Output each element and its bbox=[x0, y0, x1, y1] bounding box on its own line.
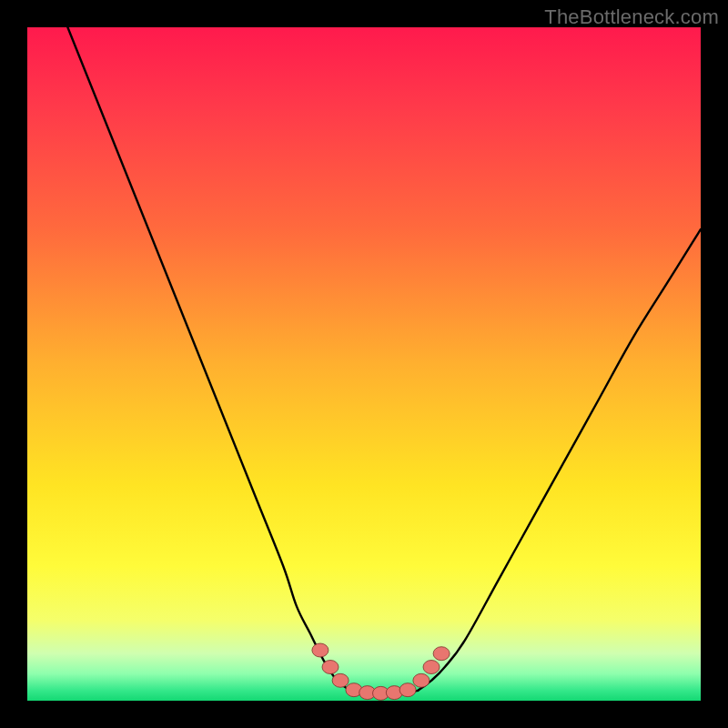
bottleneck-dots bbox=[312, 643, 450, 700]
curve-left bbox=[67, 27, 350, 691]
bottleneck-dot bbox=[332, 673, 349, 687]
watermark-text: TheBottleneck.com bbox=[544, 5, 719, 29]
chart-frame: TheBottleneck.com bbox=[0, 0, 728, 728]
plot-area bbox=[27, 27, 701, 701]
bottleneck-dot bbox=[399, 683, 416, 697]
bottleneck-dot bbox=[413, 673, 430, 687]
curve-layer bbox=[27, 27, 701, 701]
curve-right bbox=[418, 229, 701, 691]
bottleneck-dot bbox=[423, 661, 440, 674]
bottleneck-dot bbox=[312, 643, 329, 657]
bottleneck-dot bbox=[433, 647, 450, 661]
bottleneck-dot bbox=[322, 661, 339, 674]
